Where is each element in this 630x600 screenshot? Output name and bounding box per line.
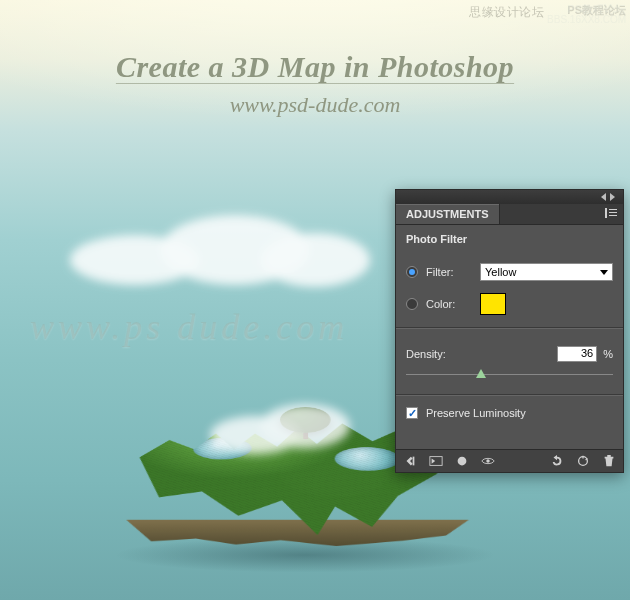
- filter-selected-value: Yellow: [485, 266, 516, 278]
- expand-view-icon[interactable]: [428, 454, 444, 468]
- collapse-left-icon: [601, 193, 606, 201]
- filter-select[interactable]: Yellow: [480, 263, 613, 281]
- slider-thumb-icon[interactable]: [476, 369, 486, 378]
- tab-adjustments[interactable]: ADJUSTMENTS: [396, 204, 500, 224]
- cloud: [210, 400, 350, 460]
- density-unit: %: [603, 348, 613, 360]
- trash-icon[interactable]: [601, 454, 617, 468]
- page-title: Create a 3D Map in Photoshop: [0, 50, 630, 84]
- density-row: Density: 36 %: [406, 346, 613, 362]
- chevron-down-icon: [600, 270, 608, 275]
- divider: [396, 394, 623, 395]
- filter-label: Filter:: [426, 266, 472, 278]
- svg-point-2: [486, 459, 490, 463]
- reset-icon[interactable]: [575, 454, 591, 468]
- preserve-label: Preserve Luminosity: [426, 407, 526, 419]
- radio-filter[interactable]: [406, 266, 418, 278]
- cloud: [70, 205, 350, 295]
- clip-to-layer-icon[interactable]: [454, 454, 470, 468]
- color-row: Color:: [406, 293, 613, 315]
- watermark-center: www.ps dude.com: [30, 306, 348, 348]
- svg-point-1: [458, 457, 467, 466]
- collapse-right-icon: [610, 193, 619, 201]
- panel-menu-button[interactable]: [599, 204, 623, 224]
- color-swatch[interactable]: [480, 293, 506, 315]
- back-arrow-icon[interactable]: [402, 454, 418, 468]
- radio-color[interactable]: [406, 298, 418, 310]
- density-value-input[interactable]: 36: [557, 346, 597, 362]
- preserve-row: ✓ Preserve Luminosity: [406, 407, 613, 419]
- tutorial-title-block: Create a 3D Map in Photoshop www.psd-dud…: [0, 50, 630, 118]
- watermark-top-cn: 思缘设计论坛: [469, 4, 544, 21]
- panel-tab-row: ADJUSTMENTS: [396, 204, 623, 225]
- panel-footer: [396, 449, 623, 472]
- panel-collapse-bar[interactable]: [396, 190, 623, 204]
- color-label: Color:: [426, 298, 472, 310]
- page-subtitle: www.psd-dude.com: [0, 92, 630, 118]
- adjustments-panel: ADJUSTMENTS Photo Filter Filter: Yellow …: [395, 189, 624, 473]
- previous-state-icon[interactable]: [549, 454, 565, 468]
- filter-row: Filter: Yellow: [406, 263, 613, 281]
- visibility-icon[interactable]: [480, 454, 496, 468]
- density-slider[interactable]: [406, 368, 613, 382]
- checkbox-preserve-luminosity[interactable]: ✓: [406, 407, 418, 419]
- section-title: Photo Filter: [396, 225, 623, 251]
- watermark-top-en2: BBS.16XX8.COM: [547, 14, 626, 25]
- density-label: Density:: [406, 348, 446, 360]
- divider: [396, 327, 623, 328]
